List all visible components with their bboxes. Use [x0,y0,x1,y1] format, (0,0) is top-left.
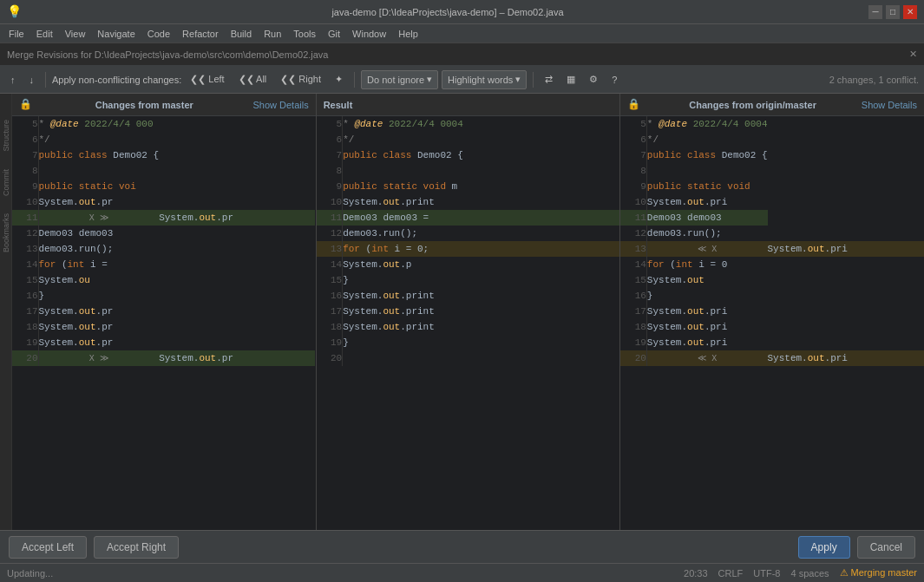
status-bar: Updating... 20:33 CRLF UTF-8 4 spaces ⚠ … [0,563,924,582]
highlight-words-label: Highlight words [448,75,513,85]
table-row: 19 System.out.pr [12,335,315,350]
maximize-button[interactable]: □ [886,5,900,19]
table-row: 16 } [620,288,923,304]
table-row: 13 ≪ X System.out.pri [620,241,923,257]
table-row: 11 Demo03 demo03 [620,210,923,226]
accept-right-button[interactable]: Accept Right [94,536,179,559]
line-ending: CRLF [718,568,744,579]
menu-build[interactable]: Build [226,27,257,41]
menu-tools[interactable]: Tools [288,27,321,41]
title-bar-left: 💡 [7,4,27,19]
apply-right-button[interactable]: ❮❮ Right [275,70,326,89]
table-row: 9public static void [620,179,923,194]
menu-bar: File Edit View Navigate Code Refactor Bu… [0,24,924,43]
cancel-button[interactable]: Cancel [857,536,915,559]
right-panel-lock-icon: 🔒 [627,98,640,111]
right-action-buttons: Apply Cancel [798,536,915,559]
right-panel: 🔒 Changes from origin/master Show Detail… [620,94,924,530]
table-row: 15 System.ou [12,272,315,288]
table-row: 7public class Demo02 { [12,147,315,163]
table-row: 13 for (int i = 0; [317,241,620,257]
table-row: 8 [12,163,315,179]
vertical-sidebar: Structure Commit Bookmarks [0,94,12,530]
app-icon: 💡 [7,4,22,19]
apply-all-button[interactable]: ❮❮ All [233,70,272,89]
menu-file[interactable]: File [3,27,29,41]
right-code-block[interactable]: 5* @date 2022/4/4 0004 6*/ 7public class… [620,116,924,530]
help-button[interactable]: ? [606,70,622,89]
minimize-button[interactable]: ─ [868,5,882,19]
menu-window[interactable]: Window [347,27,391,41]
table-row: 10 System.out.print [317,194,620,210]
middle-panel-title: Result [324,100,353,110]
table-row: 19 System.out.pri [620,335,923,350]
table-row: 20 ≪ X System.out.pri [620,350,923,366]
right-panel-title: Changes from origin/master [689,100,816,110]
table-row: 16} [12,288,315,304]
next-change-button[interactable]: ↓ [24,70,40,89]
menu-view[interactable]: View [60,27,91,41]
table-row: 8 [317,163,620,179]
commit-label[interactable]: Commit [2,169,10,196]
merge-status: ⚠ Merging master [840,567,917,579]
close-path-icon[interactable]: ✕ [909,49,917,60]
apply-left-button[interactable]: ❮❮ Left [185,70,229,89]
prev-change-button[interactable]: ↑ [5,70,21,89]
status-text: Updating... [7,568,53,579]
table-row: 14 for (int i = 0 [620,257,923,272]
middle-panel-header: Result [317,94,620,116]
highlight-dropdown-arrow-icon: ▾ [515,74,521,85]
left-panel-title: Changes from master [95,100,193,110]
left-action-buttons: Accept Left Accept Right [9,536,179,559]
table-row: 10 System.out.pr [12,194,315,210]
bookmarks-label[interactable]: Bookmarks [2,213,10,252]
swap-panels-button[interactable]: ⇄ [540,70,558,89]
table-row: 14 System.out.p [317,257,620,272]
close-button[interactable]: ✕ [903,5,917,19]
table-row: 11 X ≫ System.out.pr [12,210,315,226]
left-show-details[interactable]: Show Details [252,100,308,110]
left-code-block[interactable]: 5* @date 2022/4/4 000 6*/ 7public class … [12,116,316,530]
ignore-dropdown[interactable]: Do not ignore ▾ [361,70,438,89]
magic-button[interactable]: ✦ [330,70,348,89]
table-row: 14 for (int i = [12,257,315,272]
right-panel-header: 🔒 Changes from origin/master Show Detail… [620,94,924,116]
menu-git[interactable]: Git [323,27,345,41]
collapse-button[interactable]: ▦ [561,70,580,89]
menu-code[interactable]: Code [142,27,175,41]
table-row: 10 System.out.pri [620,194,923,210]
path-bar: Merge Revisions for D:\IdeaProjects\java… [0,43,924,66]
structure-label[interactable]: Structure [2,120,10,152]
table-row: 17 System.out.pr [12,304,315,319]
table-row: 7public class Demo02 { [620,147,923,163]
table-row: 7public class Demo02 { [317,147,620,163]
settings-button[interactable]: ⚙ [584,70,603,89]
menu-refactor[interactable]: Refactor [177,27,224,41]
action-bar: Accept Left Accept Right Apply Cancel [0,530,924,563]
left-code-table: 5* @date 2022/4/4 000 6*/ 7public class … [12,116,316,366]
middle-code-block[interactable]: 5* @date 2022/4/4 0004 6*/ 7public class… [317,116,620,530]
right-show-details[interactable]: Show Details [862,100,917,110]
highlight-words-dropdown[interactable]: Highlight words ▾ [442,70,527,89]
table-row: 12 demo03.run(); [620,226,923,241]
menu-help[interactable]: Help [393,27,423,41]
menu-navigate[interactable]: Navigate [92,27,140,41]
table-row: 5* @date 2022/4/4 0004 [620,116,923,132]
table-row: 17 System.out.pri [620,304,923,319]
toolbar-sep-1 [45,72,46,88]
menu-edit[interactable]: Edit [31,27,58,41]
toolbar-sep-3 [533,72,534,88]
indent-info: 4 spaces [790,568,829,579]
table-row: 5* @date 2022/4/4 000 [12,116,315,132]
table-row: 9public static voi [12,179,315,194]
table-row: 15 System.out [620,272,923,288]
table-row: 20 [317,350,620,366]
table-row: 5* @date 2022/4/4 0004 [317,116,620,132]
accept-left-button[interactable]: Accept Left [9,536,87,559]
menu-run[interactable]: Run [259,27,286,41]
diff-area: Structure Commit Bookmarks 🔒 Changes fro… [0,94,924,530]
table-row: 12 Demo03 demo03 [12,226,315,241]
charset: UTF-8 [753,568,780,579]
table-row: 6*/ [12,132,315,147]
apply-button[interactable]: Apply [798,536,850,559]
